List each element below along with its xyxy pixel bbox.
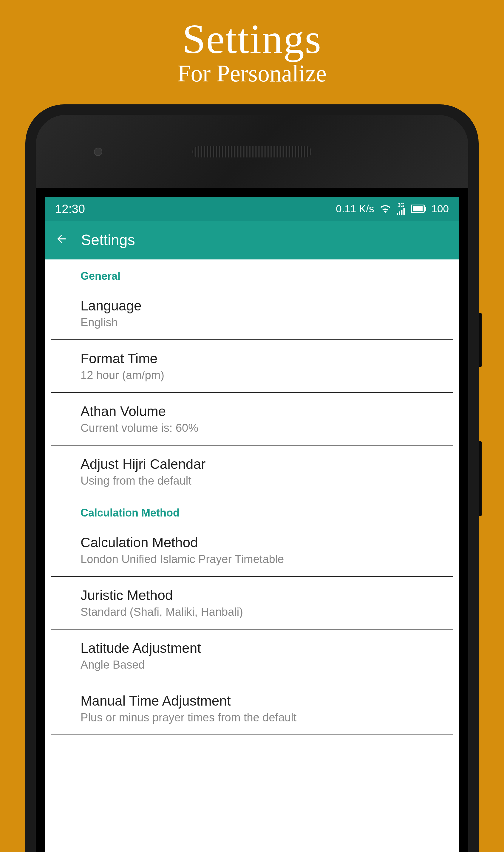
setting-title: Adjust Hijri Calendar [80, 456, 424, 472]
setting-value: London Unified Islamic Prayer Timetable [80, 553, 424, 566]
svg-rect-1 [413, 206, 422, 212]
setting-value: English [80, 316, 424, 329]
setting-value: Using from the default [80, 474, 424, 487]
setting-manual-time-adjustment[interactable]: Manual Time Adjustment Plus or minus pra… [51, 682, 453, 735]
setting-format-time[interactable]: Format Time 12 hour (am/pm) [51, 340, 453, 393]
status-time: 12:30 [55, 202, 336, 216]
setting-title: Format Time [80, 350, 424, 366]
setting-athan-volume[interactable]: Athan Volume Current volume is: 60% [51, 393, 453, 446]
setting-value: 12 hour (am/pm) [80, 369, 424, 382]
phone-frame: 12:30 0.11 K/s 3G 100 [25, 104, 479, 852]
promo-header: Settings For Personalize [0, 0, 504, 87]
phone-screen: 12:30 0.11 K/s 3G 100 [45, 197, 459, 852]
setting-title: Athan Volume [80, 403, 424, 419]
data-rate: 0.11 K/s [336, 203, 374, 215]
setting-value: Current volume is: 60% [80, 422, 424, 435]
battery-percent: 100 [432, 203, 449, 215]
power-button [479, 313, 482, 367]
volume-button [479, 441, 482, 516]
section-header-calculation: Calculation Method [51, 498, 453, 524]
phone-inner: 12:30 0.11 K/s 3G 100 [36, 115, 468, 852]
setting-title: Juristic Method [80, 587, 424, 603]
setting-title: Manual Time Adjustment [80, 693, 424, 709]
setting-title: Language [80, 297, 424, 314]
setting-value: Plus or minus prayer times from the defa… [80, 711, 424, 724]
app-header: Settings [45, 221, 459, 259]
setting-title: Latitude Adjustment [80, 640, 424, 656]
section-header-general: General [51, 259, 453, 287]
setting-latitude-adjustment[interactable]: Latitude Adjustment Angle Based [51, 630, 453, 682]
setting-language[interactable]: Language English [51, 287, 453, 340]
camera-icon [94, 148, 102, 156]
promo-title: Settings [0, 15, 504, 63]
setting-title: Calculation Method [80, 534, 424, 550]
settings-list[interactable]: General Language English Format Time 12 … [45, 259, 459, 735]
promo-subtitle: For Personalize [0, 60, 504, 87]
svg-rect-2 [425, 207, 426, 211]
setting-hijri-calendar[interactable]: Adjust Hijri Calendar Using from the def… [51, 446, 453, 498]
wifi-icon [380, 204, 391, 213]
phone-bezel-top [36, 115, 468, 188]
setting-juristic-method[interactable]: Juristic Method Standard (Shafi, Maliki,… [51, 577, 453, 630]
page-title: Settings [81, 231, 135, 249]
back-arrow-icon[interactable] [55, 232, 68, 249]
status-bar: 12:30 0.11 K/s 3G 100 [45, 197, 459, 221]
battery-icon [411, 204, 426, 213]
network-indicator: 3G [396, 202, 406, 215]
status-indicators: 0.11 K/s 3G 100 [336, 202, 449, 215]
setting-value: Standard (Shafi, Maliki, Hanbali) [80, 606, 424, 618]
setting-value: Angle Based [80, 658, 424, 671]
setting-calculation-method[interactable]: Calculation Method London Unified Islami… [51, 524, 453, 577]
speaker-icon [192, 146, 312, 158]
